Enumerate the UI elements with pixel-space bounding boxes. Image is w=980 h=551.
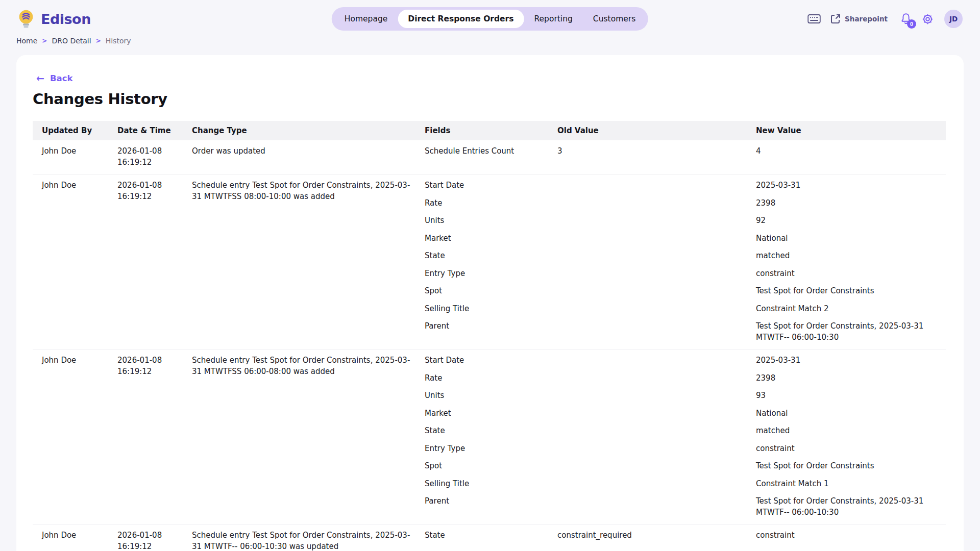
cell-changes: Schedule Entries Count34 [415,145,946,168]
new-value: Test Spot for Order Constraints, 2025-03… [747,495,946,518]
date-value: 2026-01-08 [117,145,183,157]
notifications-button[interactable]: 0 [900,12,912,26]
main-nav: HomepageDirect Response OrdersReportingC… [332,7,648,31]
nav-tab-homepage[interactable]: Homepage [334,10,398,28]
cell-change-type: Schedule entry Test Spot for Order Const… [183,355,415,518]
nav-tab-reporting[interactable]: Reporting [524,10,582,28]
change-subrow: Stateconstraint_requiredconstraint [415,530,946,547]
new-value: Test Spot for Order Constraints [747,285,946,303]
field-name: Selling Title [415,478,548,496]
old-value: 3 [548,145,747,163]
old-value [548,408,747,425]
old-value [548,268,747,286]
old-value [548,372,747,390]
old-value [548,233,747,251]
new-value: 2025-03-31 [747,355,946,372]
nav-tab-direct-response-orders[interactable]: Direct Response Orders [398,10,524,28]
gear-icon [921,13,934,26]
changes-history-card: ← Back Changes History Updated ByDate & … [16,55,964,551]
old-value [548,495,747,518]
table-row: John Doe2026-01-0816:19:12Schedule entry… [33,174,946,349]
change-subrow: Start Date2025-03-31 [415,355,946,372]
back-label: Back [50,73,72,83]
sharepoint-link[interactable]: Sharepoint [830,13,888,24]
field-name: Entry Type [415,443,548,461]
cell-change-type: Schedule entry Test Spot for Order Const… [183,180,415,343]
cell-changes: Start Date2025-03-31Rate2398Units93Marke… [415,355,946,518]
change-subrow: Schedule Entries Count34 [415,145,946,163]
old-value [548,355,747,372]
field-name: Market [415,233,548,251]
app-logo[interactable]: Edison [16,9,91,29]
change-subrow: SpotTest Spot for Order Constraints [415,460,946,478]
new-value: 2398 [747,372,946,390]
app-name: Edison [41,11,91,27]
new-value: constraint [747,530,946,547]
old-value [548,250,747,268]
old-value [548,285,747,303]
field-name: Start Date [415,355,548,372]
change-subrow: Statematched [415,250,946,268]
new-value: Constraint Match 2 [747,303,946,321]
old-value [548,460,747,478]
change-subrow: SpotTest Spot for Order Constraints [415,285,946,303]
field-name: Start Date [415,180,548,197]
old-value [548,425,747,443]
table-row: John Doe2026-01-0816:19:12Order was upda… [33,140,946,174]
field-name: State [415,530,548,547]
cell-date-time: 2026-01-0816:19:12 [108,355,183,518]
field-name: State [415,425,548,443]
field-name: Rate [415,197,548,215]
breadcrumb: Home>DRO Detail>History [0,37,980,45]
sharepoint-label: Sharepoint [845,15,888,23]
back-button[interactable]: ← Back [36,73,72,83]
table-row: John Doe2026-01-0816:19:12Schedule entry… [33,524,946,551]
date-value: 2026-01-08 [117,530,183,541]
change-subrow: Rate2398 [415,372,946,390]
back-arrow-icon: ← [36,73,44,83]
new-value: Test Spot for Order Constraints, 2025-03… [747,320,946,343]
old-value [548,303,747,321]
change-subrow: MarketNational [415,233,946,251]
keyboard-icon [807,14,821,24]
notification-badge: 0 [907,19,916,29]
time-value: 16:19:12 [117,366,183,377]
change-subrow: Units92 [415,215,946,233]
topbar-actions: Sharepoint 0 JD [807,10,963,28]
new-value: 4 [747,145,946,163]
date-value: 2026-01-08 [117,355,183,366]
lightbulb-logo-icon [16,9,36,29]
change-subrow: MarketNational [415,408,946,425]
field-name: Parent [415,495,548,518]
change-subrow: Selling TitleConstraint Match 2 [415,303,946,321]
breadcrumb-separator: > [96,37,101,44]
change-subrow: Statematched [415,425,946,443]
keyboard-shortcuts-button[interactable] [807,14,821,24]
cell-updated-by: John Doe [33,180,108,343]
settings-button[interactable] [921,13,934,26]
cell-date-time: 2026-01-0816:19:12 [108,145,183,168]
user-avatar[interactable]: JD [944,10,963,28]
breadcrumb-item-dro-detail[interactable]: DRO Detail [52,37,91,45]
column-header-new-value: New Value [747,126,946,135]
avatar-initials: JD [949,15,958,23]
new-value: National [747,408,946,425]
breadcrumb-item-home[interactable]: Home [16,37,37,45]
change-subrow: Units93 [415,390,946,408]
nav-tab-customers[interactable]: Customers [583,10,646,28]
breadcrumb-item-history: History [106,37,131,45]
field-name: Units [415,390,548,408]
field-name: Selling Title [415,303,548,321]
column-header-date-time: Date & Time [108,126,183,135]
page-title: Changes History [33,90,946,108]
field-name: Rate [415,372,548,390]
column-header-updated-by: Updated By [33,126,108,135]
field-name: Spot [415,460,548,478]
table-header-row: Updated ByDate & TimeChange TypeFieldsOl… [33,121,946,140]
change-subrow: Selling TitleConstraint Match 1 [415,478,946,496]
cell-updated-by: John Doe [33,355,108,518]
new-value: constraint [747,268,946,286]
new-value: 93 [747,390,946,408]
old-value [548,390,747,408]
old-value [548,443,747,461]
